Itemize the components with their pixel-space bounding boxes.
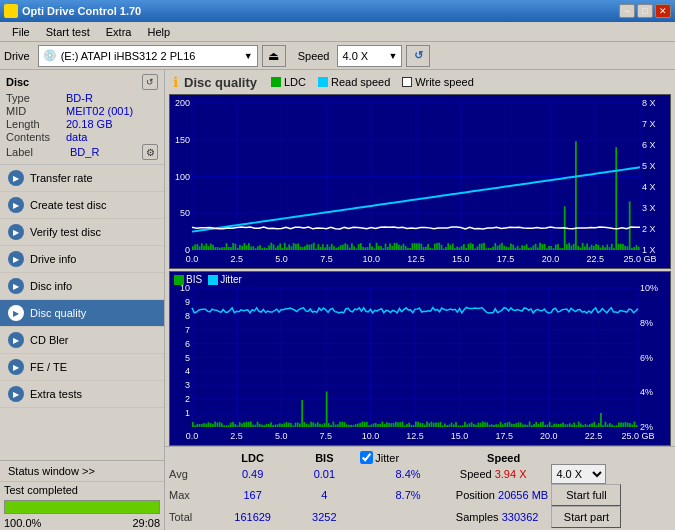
disc-type-value: BD-R <box>66 92 93 104</box>
disc-label-label: Label <box>6 146 66 158</box>
menu-file[interactable]: File <box>4 24 38 40</box>
disc-quality-header-icon: ℹ <box>173 74 178 90</box>
disc-type-row: Type BD-R <box>6 92 158 104</box>
disc-length-value: 20.18 GB <box>66 118 112 130</box>
eject-button[interactable]: ⏏ <box>262 45 286 67</box>
avg-jitter: 8.4% <box>360 464 456 484</box>
fe-te-icon: ▶ <box>8 359 24 375</box>
speed-label: Speed <box>298 50 330 62</box>
title-bar: Opti Drive Control 1.70 − □ ✕ <box>0 0 675 22</box>
speed-value: 4.0 X <box>342 50 388 62</box>
sidebar-item-disc-info[interactable]: ▶ Disc info <box>0 273 164 300</box>
minimize-button[interactable]: − <box>619 4 635 18</box>
sidebar-item-create-test-disc[interactable]: ▶ Create test disc <box>0 192 164 219</box>
transfer-rate-label: Transfer rate <box>30 172 93 184</box>
max-label: Max <box>169 484 217 506</box>
sidebar-item-transfer-rate[interactable]: ▶ Transfer rate <box>0 165 164 192</box>
disc-label-row: Label BD_R ⚙ <box>6 144 158 160</box>
status-window-label: Status window >> <box>8 465 95 477</box>
progress-percent: 100.0% <box>4 517 41 529</box>
disc-section-title: Disc <box>6 76 29 88</box>
fe-te-label: FE / TE <box>30 361 67 373</box>
speed-dropdown[interactable]: 4.0 X <box>551 464 606 484</box>
disc-info-icon: ▶ <box>8 278 24 294</box>
legend-read-speed-label: Read speed <box>331 76 390 88</box>
start-part-button[interactable]: Start part <box>551 506 621 528</box>
sidebar-item-disc-quality[interactable]: ▶ Disc quality <box>0 300 164 327</box>
total-label: Total <box>169 506 217 528</box>
sidebar-item-cd-bler[interactable]: ▶ CD Bler <box>0 327 164 354</box>
ldc-canvas <box>170 95 670 268</box>
max-bis: 4 <box>289 484 361 506</box>
disc-mid-row: MID MEIT02 (001) <box>6 105 158 117</box>
menu-extra[interactable]: Extra <box>98 24 140 40</box>
progress-row: 100.0% 29:08 <box>0 516 164 530</box>
create-test-label: Create test disc <box>30 199 106 211</box>
drive-bar: Drive 💿 (E:) ATAPI iHBS312 2 PL16 ▼ ⏏ Sp… <box>0 42 675 70</box>
menu-start-test[interactable]: Start test <box>38 24 98 40</box>
close-button[interactable]: ✕ <box>655 4 671 18</box>
extra-tests-label: Extra tests <box>30 388 82 400</box>
start-full-button[interactable]: Start full <box>551 484 621 506</box>
maximize-button[interactable]: □ <box>637 4 653 18</box>
disc-mid-value: MEIT02 (001) <box>66 105 133 117</box>
progress-bar-container <box>4 500 160 514</box>
max-jitter: 8.7% <box>360 484 456 506</box>
jitter-check-cell: Jitter <box>360 451 456 464</box>
speed-dropdown-icon: ▼ <box>389 51 398 61</box>
disc-refresh-icon[interactable]: ↺ <box>142 74 158 90</box>
progress-bar-fill <box>5 501 159 513</box>
total-ldc: 161629 <box>217 506 289 528</box>
legend-ldc-label: LDC <box>284 76 306 88</box>
jitter-checkbox[interactable] <box>360 451 373 464</box>
disc-contents-row: Contents data <box>6 131 158 143</box>
disc-type-label: Type <box>6 92 66 104</box>
sidebar-item-fe-te[interactable]: ▶ FE / TE <box>0 354 164 381</box>
disc-mid-label: MID <box>6 105 66 117</box>
avg-label: Avg <box>169 464 217 484</box>
drive-info-icon: ▶ <box>8 251 24 267</box>
label-settings-icon[interactable]: ⚙ <box>142 144 158 160</box>
sidebar-item-drive-info[interactable]: ▶ Drive info <box>0 246 164 273</box>
legend-read-speed: Read speed <box>318 76 390 88</box>
disc-contents-label: Contents <box>6 131 66 143</box>
stats-total-row: Total 161629 3252 Samples 330362 Start p… <box>169 506 671 528</box>
col-ldc: LDC <box>217 451 289 464</box>
cd-bler-icon: ▶ <box>8 332 24 348</box>
drive-selector[interactable]: 💿 (E:) ATAPI iHBS312 2 PL16 ▼ <box>38 45 258 67</box>
col-speed: Speed <box>456 451 552 464</box>
extra-tests-icon: ▶ <box>8 386 24 402</box>
sidebar: Disc ↺ Type BD-R MID MEIT02 (001) Length… <box>0 70 165 530</box>
verify-test-label: Verify test disc <box>30 226 101 238</box>
disc-label-value: BD_R <box>70 146 99 158</box>
test-completed-row: Test completed <box>0 482 164 498</box>
ldc-chart <box>169 94 671 269</box>
disc-length-label: Length <box>6 118 66 130</box>
avg-ldc: 0.49 <box>217 464 289 484</box>
bis-canvas <box>170 272 670 445</box>
sidebar-item-verify-test-disc[interactable]: ▶ Verify test disc <box>0 219 164 246</box>
disc-info-label: Disc info <box>30 280 72 292</box>
avg-speed-value: 3.94 X <box>495 468 527 480</box>
test-time: 29:08 <box>132 517 160 529</box>
legend-write-speed-dot <box>402 77 412 87</box>
avg-bis: 0.01 <box>289 464 361 484</box>
bis-label: BIS <box>186 274 202 285</box>
drive-value: (E:) ATAPI iHBS312 2 PL16 <box>61 50 244 62</box>
status-window-button[interactable]: Status window >> <box>0 461 164 482</box>
disc-quality-header: ℹ Disc quality LDC Read speed Write spee… <box>165 70 675 94</box>
total-bis: 3252 <box>289 506 361 528</box>
drive-label: Drive <box>4 50 30 62</box>
app-icon <box>4 4 18 18</box>
col-bis: BIS <box>289 451 361 464</box>
disc-length-row: Length 20.18 GB <box>6 118 158 130</box>
stats-area: LDC BIS Jitter Speed Avg 0.4 <box>165 446 675 530</box>
status-section: Status window >> Test completed 100.0% 2… <box>0 460 164 530</box>
max-ldc: 167 <box>217 484 289 506</box>
sidebar-item-extra-tests[interactable]: ▶ Extra tests <box>0 381 164 408</box>
speed-selector[interactable]: 4.0 X ▼ <box>337 45 402 67</box>
menu-help[interactable]: Help <box>139 24 178 40</box>
refresh-button[interactable]: ↺ <box>406 45 430 67</box>
legend-write-speed-label: Write speed <box>415 76 474 88</box>
drive-icon: 💿 <box>43 49 57 62</box>
